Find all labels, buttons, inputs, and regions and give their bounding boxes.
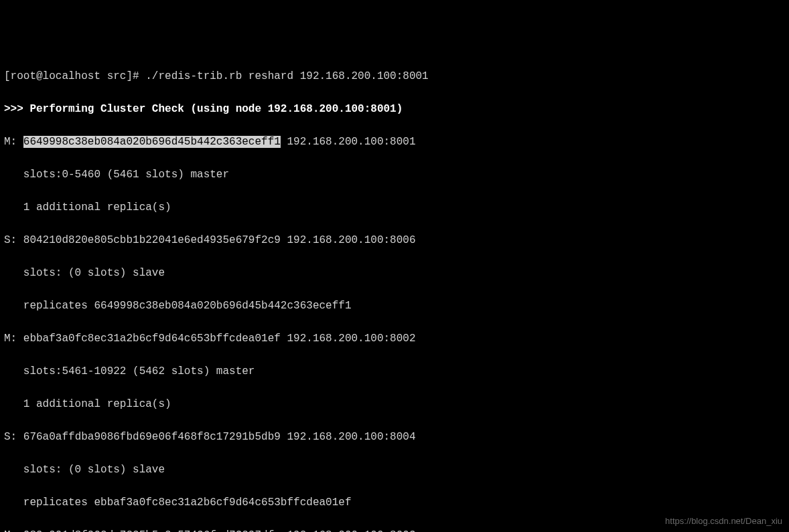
node-s1-replicates: replicates 6649998c38eb084a020b696d45b44…: [4, 298, 785, 315]
watermark: https://blog.csdn.net/Dean_xiu: [665, 513, 782, 530]
prompt-line[interactable]: [root@localhost src]# ./redis-trib.rb re…: [4, 68, 785, 85]
node-m2-slots: slots:5461-10922 (5462 slots) master: [4, 363, 785, 380]
shell-prompt: [root@localhost src]#: [4, 70, 145, 82]
node-s1: S: 804210d820e805cbb1b22041e6ed4935e679f…: [4, 232, 785, 249]
node-m1: M: 6649998c38eb084a020b696d45b442c363ece…: [4, 134, 785, 151]
node-s2: S: 676a0affdba9086fbd69e06f468f8c17291b5…: [4, 429, 785, 446]
node-m2: M: ebbaf3a0fc8ec31a2b6cf9d64c653bffcdea0…: [4, 331, 785, 347]
node-s1-slots: slots: (0 slots) slave: [4, 265, 785, 282]
node-m1-slots: slots:0-5460 (5461 slots) master: [4, 167, 785, 183]
shell-command: ./redis-trib.rb reshard 192.168.200.100:…: [145, 70, 428, 82]
node-s1-id: 804210d820e805cbb1b22041e6ed4935e679f2c9: [23, 234, 281, 246]
node-m2-id: ebbaf3a0fc8ec31a2b6cf9d64c653bffcdea01ef: [23, 333, 281, 345]
node-m2-replicas: 1 additional replica(s): [4, 396, 785, 413]
node-s2-replicates: replicates ebbaf3a0fc8ec31a2b6cf9d64c653…: [4, 495, 785, 511]
node-m1-id[interactable]: 6649998c38eb084a020b696d45b442c363eceff1: [23, 136, 281, 148]
node-m3-id: 089c901d8f902de7225b5c2c57436fed73297dfa: [23, 529, 281, 532]
node-s2-id: 676a0affdba9086fbd69e06f468f8c17291b5db9: [23, 431, 281, 443]
cluster-check-header: >>> Performing Cluster Check (using node…: [4, 101, 785, 118]
node-m1-replicas: 1 additional replica(s): [4, 199, 785, 216]
node-s2-slots: slots: (0 slots) slave: [4, 462, 785, 478]
